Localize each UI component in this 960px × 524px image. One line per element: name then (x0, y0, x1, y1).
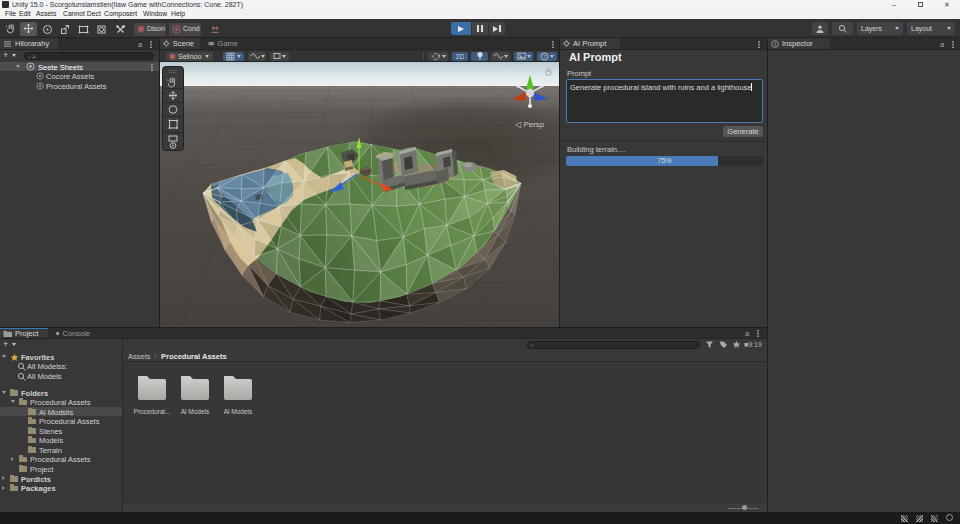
svg-text:2D: 2D (456, 53, 464, 60)
svg-text:Al Models: Al Models (224, 408, 253, 415)
svg-text:?: ? (543, 53, 546, 59)
svg-text:◁ Persp: ◁ Persp (514, 120, 545, 129)
svg-text:Procedural...: Procedural... (134, 408, 171, 415)
svg-text:Al Models: Al Models (181, 408, 210, 415)
